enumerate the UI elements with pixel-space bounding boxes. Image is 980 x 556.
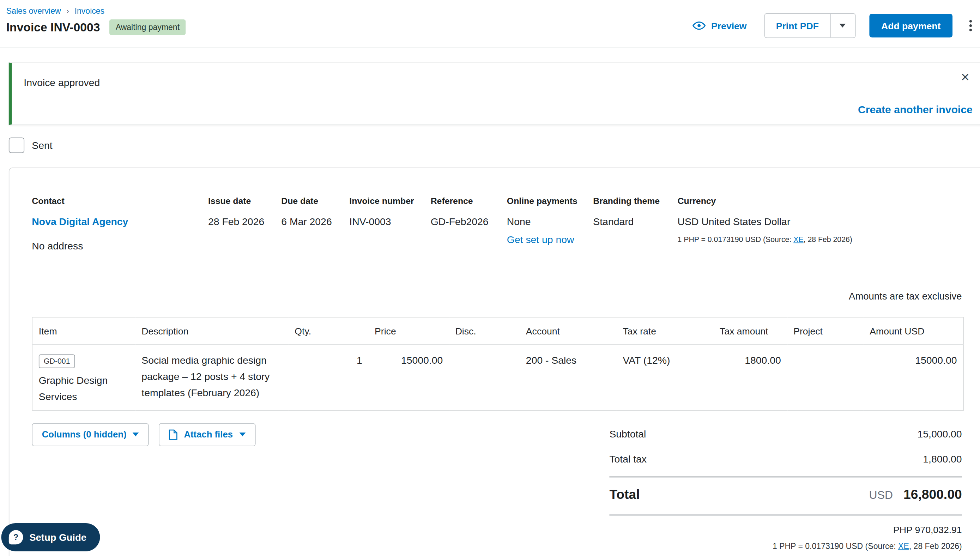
total-label: Total <box>609 487 639 502</box>
invoice-fields: Contact Nova Digital Agency No address I… <box>32 196 962 252</box>
field-invoice-number: Invoice number INV-0003 <box>349 196 430 252</box>
cell-account: 200 - Sales <box>520 345 617 410</box>
cell-project <box>787 345 863 410</box>
field-label: Branding theme <box>593 196 677 206</box>
xe-link[interactable]: XE <box>898 541 909 551</box>
field-currency: Currency USD United States Dollar 1 PHP … <box>678 196 962 252</box>
col-price: Price <box>368 317 449 345</box>
fx-rate-note-bottom: 1 PHP = 0.0173190 USD (Source: XE, 28 Fe… <box>609 541 962 551</box>
sent-label: Sent <box>32 140 52 151</box>
total-tax-label: Total tax <box>609 454 647 465</box>
totals-panel: Subtotal 15,000.00 Total tax 1,800.00 To… <box>609 422 962 551</box>
page-title: Invoice INV-0003 <box>6 21 100 34</box>
field-online-payments: Online payments None Get set up now <box>507 196 593 252</box>
overflow-menu-button[interactable] <box>966 17 975 35</box>
xe-link[interactable]: XE <box>793 235 803 244</box>
field-value: INV-0003 <box>349 216 430 228</box>
subtotal-value: 15,000.00 <box>917 428 962 440</box>
field-issue-date: Issue date 28 Feb 2026 <box>208 196 281 252</box>
total-value: 16,800.00 <box>903 487 962 502</box>
field-label: Contact <box>32 196 208 206</box>
subtotal-label: Subtotal <box>609 428 646 440</box>
breadcrumb-invoices[interactable]: Invoices <box>75 6 105 16</box>
columns-label: Columns (0 hidden) <box>42 430 127 440</box>
attach-file-icon <box>169 429 178 440</box>
total-row: Total USD 16,800.00 <box>609 478 962 510</box>
cell-tax-rate: VAT (12%) <box>617 345 714 410</box>
invoice-page: Sales overview › Invoices Invoice INV-00… <box>0 0 980 556</box>
converted-total: PHP 970,032.91 <box>609 524 962 535</box>
chevron-down-icon <box>840 24 846 27</box>
print-pdf-button[interactable]: Print PDF <box>765 14 830 37</box>
total-tax-value: 1,800.00 <box>923 454 962 465</box>
field-label: Issue date <box>208 196 281 206</box>
field-reference: Reference GD-Feb2026 <box>431 196 507 252</box>
columns-button[interactable]: Columns (0 hidden) <box>32 423 149 446</box>
col-qty: Qty. <box>289 317 369 345</box>
preview-label: Preview <box>711 21 746 31</box>
totals-divider <box>609 514 962 516</box>
cell-qty: 1 <box>289 345 369 410</box>
total-tax-row: Total tax 1,800.00 <box>609 447 962 472</box>
get-set-up-now-link[interactable]: Get set up now <box>507 234 574 246</box>
chevron-right-icon: › <box>67 7 69 16</box>
field-value: USD United States Dollar <box>678 216 962 228</box>
invoice-card: Contact Nova Digital Agency No address I… <box>9 168 980 556</box>
field-label: Reference <box>431 196 507 206</box>
setup-guide-button[interactable]: ? Setup Guide <box>2 523 100 551</box>
field-label: Due date <box>281 196 349 206</box>
success-banner: Invoice approved × Create another invoic… <box>9 63 980 125</box>
print-pdf-split-button: Print PDF <box>764 13 856 38</box>
breadcrumb: Sales overview › Invoices <box>6 6 105 16</box>
col-amount-usd: Amount USD <box>864 317 964 345</box>
sent-checkbox[interactable] <box>9 137 24 153</box>
col-item: Item <box>32 317 135 345</box>
breadcrumb-sales-overview[interactable]: Sales overview <box>6 6 61 16</box>
line-items-table: Item Description Qty. Price Disc. Accoun… <box>32 317 964 410</box>
col-tax-amount: Tax amount <box>713 317 787 345</box>
chevron-down-icon <box>239 433 245 436</box>
field-value: Standard <box>593 216 677 228</box>
field-label: Invoice number <box>349 196 430 206</box>
field-value: 6 Mar 2026 <box>281 216 349 228</box>
field-label: Currency <box>678 196 962 206</box>
add-payment-button[interactable]: Add payment <box>869 14 953 37</box>
cell-amount: 15000.00 <box>864 345 964 410</box>
field-value: 28 Feb 2026 <box>208 216 281 228</box>
subtotal-row: Subtotal 15,000.00 <box>609 422 962 447</box>
attach-files-label: Attach files <box>184 430 232 440</box>
item-code-badge: GD-001 <box>39 354 75 369</box>
attach-files-button[interactable]: Attach files <box>159 423 255 446</box>
eye-icon <box>693 21 706 30</box>
col-disc: Disc. <box>449 317 520 345</box>
print-pdf-dropdown-button[interactable] <box>830 14 855 37</box>
cell-item: GD-001 Graphic Design Services <box>32 345 135 410</box>
field-label: Online payments <box>507 196 593 206</box>
help-bubble-icon: ? <box>9 530 23 545</box>
cell-price: 15000.00 <box>368 345 449 410</box>
page-header: Sales overview › Invoices Invoice INV-00… <box>0 0 980 48</box>
field-branding-theme: Branding theme Standard <box>593 196 677 252</box>
field-due-date: Due date 6 Mar 2026 <box>281 196 349 252</box>
col-project: Project <box>787 317 863 345</box>
sent-row: Sent <box>9 137 53 153</box>
col-tax-rate: Tax rate <box>617 317 714 345</box>
status-badge: Awaiting payment <box>109 19 186 35</box>
chevron-down-icon <box>132 433 139 436</box>
title-row: Invoice INV-0003 Awaiting payment <box>6 19 186 35</box>
close-icon[interactable]: × <box>957 70 973 85</box>
fx-rate-note: 1 PHP = 0.0173190 USD (Source: XE, 28 Fe… <box>678 235 962 244</box>
cell-tax-amount: 1800.00 <box>713 345 787 410</box>
header-actions: Preview Print PDF Add payment <box>689 14 975 37</box>
contact-no-address: No address <box>32 241 208 252</box>
total-currency-code: USD <box>869 489 893 502</box>
contact-link[interactable]: Nova Digital Agency <box>32 216 128 227</box>
preview-button[interactable]: Preview <box>689 20 750 32</box>
field-contact: Contact Nova Digital Agency No address <box>32 196 208 252</box>
banner-message: Invoice approved <box>24 78 100 89</box>
col-account: Account <box>520 317 617 345</box>
create-another-invoice-link[interactable]: Create another invoice <box>858 104 973 116</box>
kebab-menu-icon <box>969 20 972 23</box>
cell-description: Social media graphic design package – 12… <box>136 345 289 410</box>
field-value: GD-Feb2026 <box>431 216 507 228</box>
